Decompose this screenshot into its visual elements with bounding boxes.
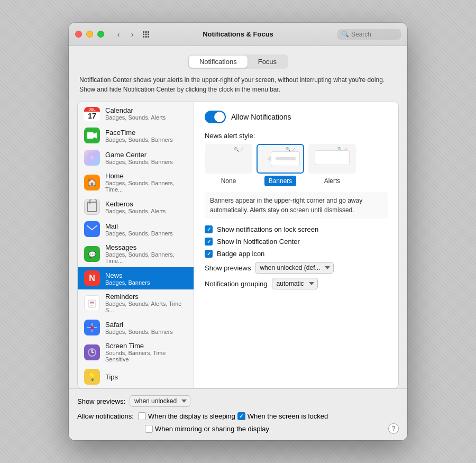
svg-rect-0	[143, 31, 144, 33]
sidebar-item-kerberos[interactable]: Kerberos Badges, Sounds, Alerts	[78, 196, 194, 218]
app-name-screentime: Screen Time	[105, 342, 187, 350]
svg-rect-5	[148, 33, 149, 35]
sidebar-item-news[interactable]: N News Badges, Banners	[78, 267, 194, 289]
allow-notifications-toggle[interactable]	[205, 111, 226, 123]
app-name-home: Home	[105, 172, 187, 180]
screen-locked-checkbox[interactable]: ✓	[237, 412, 245, 420]
app-sub-home: Badges, Sounds, Banners, Time...	[105, 180, 187, 193]
facetime-icon	[84, 128, 100, 143]
app-name-safari: Safari	[105, 321, 173, 329]
maximize-button[interactable]	[97, 31, 104, 38]
grid-button[interactable]	[140, 29, 152, 40]
app-name-gamecenter: Game Center	[105, 151, 173, 159]
back-button[interactable]: ‹	[113, 29, 124, 40]
app-name-mail: Mail	[105, 222, 173, 230]
sidebar-item-facetime[interactable]: FaceTime Badges, Sounds, Banners	[78, 124, 194, 147]
search-bar[interactable]: 🔍	[337, 29, 401, 40]
content-area: Notifications Focus Notification Center …	[69, 46, 407, 388]
svg-rect-3	[143, 33, 144, 35]
app-sub-news: Badges, Banners	[105, 279, 150, 286]
sidebar-item-safari[interactable]: Safari Badges, Sounds, Banners	[78, 316, 194, 339]
kerberos-icon	[84, 199, 100, 215]
svg-marker-10	[94, 132, 97, 139]
app-name-kerberos: Kerberos	[105, 200, 166, 208]
main-window: ‹ › Notifications & Focus 🔍	[69, 23, 407, 440]
allow-notif-bottom-label: Allow notifications:	[77, 412, 134, 420]
news-icon: N	[84, 270, 100, 286]
svg-rect-6	[143, 36, 144, 38]
app-sub-gamecenter: Badges, Sounds, Banners	[105, 159, 173, 165]
main-split: JUL 17 Calendar Badges, Sounds, Alerts	[77, 102, 399, 388]
sidebar-item-home[interactable]: 🏠 Home Badges, Sounds, Banners, Time...	[78, 169, 194, 196]
window-title: Notifications & Focus	[203, 30, 273, 38]
alert-option-alerts[interactable]: 🔍 ⤢ Alerts	[308, 144, 356, 186]
show-previews-bottom-select[interactable]: when unlocked always never	[130, 395, 190, 407]
titlebar: ‹ › Notifications & Focus 🔍	[69, 23, 407, 46]
option1-label: When the display is sleeping	[138, 412, 235, 420]
sidebar-item-messages[interactable]: 💬 Messages Badges, Sounds, Banners, Time…	[78, 240, 194, 267]
show-previews-row: Show previews when unlocked (def... alwa…	[205, 262, 388, 274]
alert-option-none[interactable]: 🔍 ⤢ None	[205, 144, 252, 186]
tab-notifications[interactable]: Notifications	[189, 56, 248, 68]
alert-label-none: None	[217, 176, 241, 186]
svg-rect-8	[148, 36, 149, 38]
badge-app-checkbox[interactable]	[205, 250, 213, 258]
alert-label-alerts: Alerts	[320, 176, 345, 186]
alert-option-banners[interactable]: 🔍 ⤢ Banners	[257, 144, 304, 186]
search-icon: 🔍	[342, 31, 349, 38]
alert-label-banners: Banners	[264, 176, 297, 186]
tab-group: Notifications Focus	[188, 55, 288, 69]
app-name-tips: Tips	[105, 373, 118, 381]
close-button[interactable]	[75, 31, 82, 38]
notif-center-label: Show in Notification Center	[217, 238, 300, 246]
bottom-row3: When mirroring or sharing the display ?	[77, 423, 399, 434]
display-sleeping-checkbox[interactable]	[138, 412, 146, 420]
allow-notif-row: Allow Notifications	[205, 111, 388, 123]
checkbox-badge-app: Badge app icon	[205, 250, 388, 258]
detail-panel: Allow Notifications News alert style: 🔍 …	[194, 102, 398, 388]
notif-center-checkbox[interactable]	[205, 238, 213, 246]
lock-screen-checkbox[interactable]	[205, 225, 213, 233]
sidebar-item-tips[interactable]: 💡 Tips	[78, 366, 194, 388]
svg-rect-2	[148, 31, 149, 33]
safari-icon	[84, 320, 100, 335]
sidebar: JUL 17 Calendar Badges, Sounds, Alerts	[78, 102, 194, 388]
svg-rect-4	[145, 33, 147, 35]
help-button[interactable]: ?	[388, 423, 399, 434]
app-sub-facetime: Badges, Sounds, Banners	[105, 137, 173, 143]
notif-grouping-select[interactable]: automatic by app off	[272, 278, 318, 289]
calendar-icon: JUL 17	[84, 105, 100, 121]
notif-grouping-row: Notification grouping automatic by app o…	[205, 278, 388, 289]
tab-focus[interactable]: Focus	[248, 56, 287, 68]
svg-text:💬: 💬	[88, 250, 96, 258]
sidebar-item-calendar[interactable]: JUL 17 Calendar Badges, Sounds, Alerts	[78, 102, 194, 124]
forward-button[interactable]: ›	[126, 29, 138, 40]
alert-preview-alerts: 🔍 ⤢	[308, 144, 356, 174]
show-previews-bottom-row: Show previews: when unlocked always neve…	[77, 395, 399, 407]
nav-buttons: ‹ ›	[113, 29, 138, 40]
option2-label: ✓ When the screen is locked	[237, 412, 328, 420]
app-sub-safari: Badges, Sounds, Banners	[105, 329, 173, 335]
description-text: Notification Center shows your alerts in…	[77, 75, 399, 94]
allow-notif-bottom-row: Allow notifications: When the display is…	[77, 412, 399, 420]
app-sub-mail: Badges, Sounds, Banners	[105, 230, 173, 237]
alert-description: Banners appear in the upper-right corner…	[205, 192, 388, 219]
show-previews-select[interactable]: when unlocked (def... always never	[255, 262, 334, 274]
svg-point-11	[87, 152, 97, 163]
tabs-row: Notifications Focus	[77, 55, 399, 69]
allow-notifications-label: Allow Notifications	[231, 113, 291, 121]
sidebar-item-mail[interactable]: Mail Badges, Sounds, Banners	[78, 218, 194, 240]
sidebar-item-gamecenter[interactable]: Game Center Badges, Sounds, Banners	[78, 147, 194, 169]
sidebar-item-screentime[interactable]: Screen Time Sounds, Banners, Time Sensit…	[78, 339, 194, 366]
app-sub-calendar: Badges, Sounds, Alerts	[105, 114, 166, 121]
lock-screen-label: Show notifications on lock screen	[217, 225, 318, 233]
app-name-news: News	[105, 271, 150, 279]
sidebar-item-reminders[interactable]: Reminders Badges, Sounds, Alerts, Time S…	[78, 289, 194, 316]
mirroring-checkbox[interactable]	[145, 425, 153, 433]
app-sub-messages: Badges, Sounds, Banners, Time...	[105, 251, 187, 264]
minimize-button[interactable]	[86, 31, 93, 38]
svg-rect-9	[87, 132, 94, 139]
app-name-messages: Messages	[105, 243, 187, 251]
search-input[interactable]	[351, 31, 399, 38]
mail-icon	[84, 221, 100, 237]
